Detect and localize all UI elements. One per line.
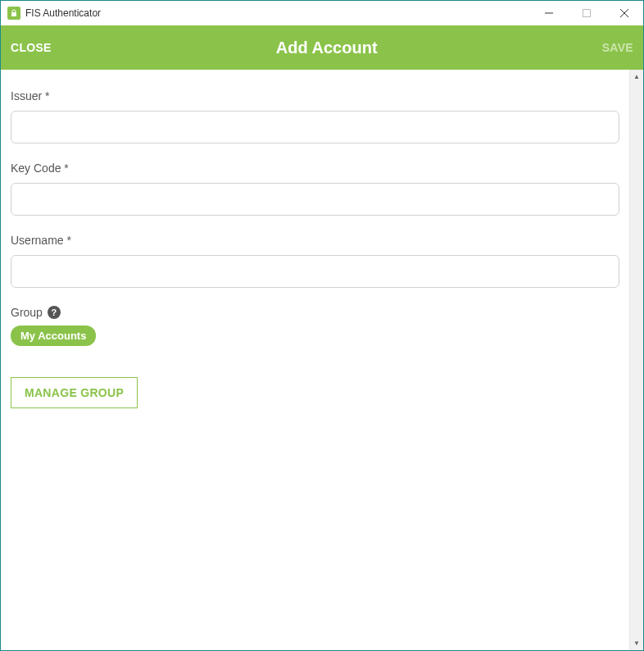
issuer-field-group: Issuer *	[11, 89, 619, 143]
issuer-label: Issuer *	[11, 89, 619, 102]
minimize-icon	[545, 9, 553, 17]
form-content: Issuer * Key Code * Username * Group ? M…	[1, 70, 629, 650]
scroll-down-arrow-icon[interactable]: ▼	[630, 636, 643, 650]
svg-rect-0	[11, 12, 16, 16]
minimize-button[interactable]	[530, 1, 568, 25]
username-field-group: Username *	[11, 234, 619, 288]
window-title: FIS Authenticator	[25, 7, 530, 19]
issuer-input[interactable]	[11, 111, 619, 143]
maximize-icon	[583, 9, 591, 17]
close-icon	[620, 9, 628, 17]
group-chip[interactable]: My Accounts	[11, 326, 96, 346]
key-code-label: Key Code *	[11, 162, 619, 175]
scroll-up-arrow-icon[interactable]: ▲	[630, 70, 643, 84]
titlebar: FIS Authenticator	[1, 1, 643, 25]
content-wrapper: Issuer * Key Code * Username * Group ? M…	[1, 70, 643, 650]
help-icon[interactable]: ?	[48, 306, 61, 319]
page-title: Add Account	[52, 39, 602, 57]
app-header: CLOSE Add Account SAVE	[1, 25, 643, 70]
svg-rect-2	[583, 10, 591, 17]
group-section: Group ? My Accounts	[11, 306, 619, 346]
manage-group-button[interactable]: MANAGE GROUP	[11, 377, 138, 408]
app-window: FIS Authenticator CLOSE Add Account SAVE…	[0, 0, 644, 651]
key-code-field-group: Key Code *	[11, 162, 619, 216]
maximize-button[interactable]	[568, 1, 605, 25]
window-controls	[530, 1, 643, 25]
save-button[interactable]: SAVE	[602, 41, 633, 54]
app-icon	[7, 7, 20, 20]
vertical-scrollbar[interactable]: ▲ ▼	[629, 70, 643, 650]
key-code-input[interactable]	[11, 183, 619, 216]
username-label: Username *	[11, 234, 619, 247]
group-label: Group	[11, 306, 43, 319]
group-label-row: Group ?	[11, 306, 619, 319]
username-input[interactable]	[11, 255, 619, 288]
close-window-button[interactable]	[605, 1, 643, 25]
close-button[interactable]: CLOSE	[11, 41, 52, 54]
